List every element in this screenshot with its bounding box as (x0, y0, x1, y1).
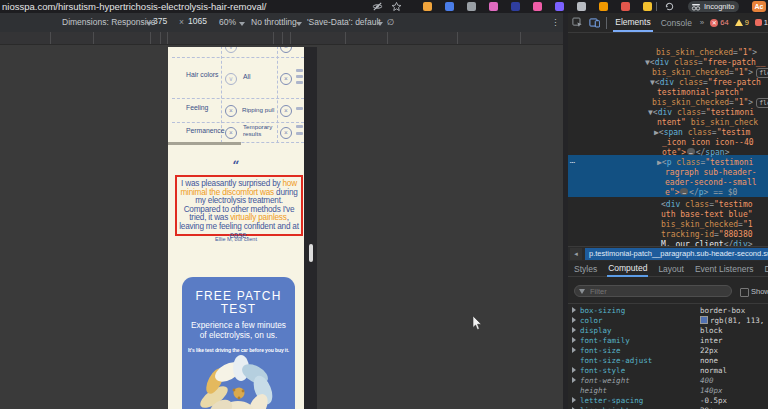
viewport-width-input[interactable] (153, 16, 177, 26)
tree-node-line[interactable]: ▼<div class="free-patch__ (645, 58, 765, 67)
expand-ellipsis-icon[interactable]: … (680, 188, 688, 195)
device-viewport[interactable]: ∨ × Hair colors ∨ All × Feeling × Rippin… (168, 47, 304, 409)
tree-node-line[interactable]: bis_skin_checked="1">flex (652, 98, 768, 108)
breadcrumb-nav-icon[interactable]: ◂ (570, 248, 582, 260)
computed-property-row[interactable]: font-weight400 (568, 376, 768, 386)
tree-node-line[interactable]: bis_skin_checked="1 (661, 220, 753, 229)
sidebar-tab-dom[interactable]: DOM (764, 261, 768, 276)
viewport-height-input[interactable] (188, 16, 212, 26)
tree-node-line[interactable]: ▶<p class="testimoni (657, 158, 753, 167)
sidebar-tab-event-listeners[interactable]: Event Listeners (694, 261, 755, 276)
filter-field[interactable] (574, 285, 732, 297)
expand-arrow-icon[interactable] (572, 317, 576, 323)
expand-arrow-icon[interactable] (572, 397, 576, 403)
computed-property-row[interactable]: letter-spacing-0.5px (568, 396, 768, 406)
flex-badge[interactable]: flex (756, 98, 768, 108)
page-scrollbar-track[interactable] (304, 47, 317, 409)
rotate-icon[interactable]: ∅ (387, 17, 394, 27)
property-name: font-size (580, 346, 621, 355)
media-query-bar[interactable] (0, 32, 563, 45)
tree-node-line[interactable]: ragraph sub-header- (665, 168, 757, 177)
warning-count-badge[interactable]: 9 (735, 18, 749, 27)
profile-avatar[interactable]: Ac (752, 1, 766, 12)
sidebar-tab-computed[interactable]: Computed (607, 260, 648, 277)
docs-extension-icon[interactable] (423, 2, 432, 11)
cross-circle-icon: × (280, 47, 292, 53)
drive-extension-icon[interactable] (445, 2, 454, 11)
tree-node-line[interactable]: bis_skin_checked="1"> (656, 48, 757, 57)
free-patch-test-card[interactable]: FREE PATCH TEST Experience a few minutes… (182, 277, 295, 409)
computed-property-row[interactable]: displayblock (568, 326, 768, 336)
expand-arrow-icon[interactable] (572, 327, 576, 333)
mouse-cursor (472, 316, 483, 331)
more-actions-icon[interactable]: ⋯ (570, 158, 574, 167)
tree-node-line[interactable]: ▶<span class="testim (654, 128, 750, 137)
expand-arrow-icon[interactable] (572, 337, 576, 343)
error-count-badge[interactable]: ✕ 64 (710, 18, 728, 27)
computed-property-row[interactable]: font-size-adjustnone (568, 356, 768, 366)
orange-extension-icon[interactable] (599, 2, 608, 11)
tab-elements[interactable]: Elements (613, 14, 652, 32)
expand-ellipsis-icon[interactable]: … (687, 148, 695, 155)
tree-node-line[interactable]: ntent" bis_skin_check (657, 118, 758, 127)
computed-property-row[interactable]: box-sizingborder-box (568, 306, 768, 316)
tree-node-line[interactable]: ote">…</span> (662, 148, 729, 157)
camera-extension-icon[interactable] (467, 2, 476, 11)
computed-property-row[interactable]: height140px (568, 386, 768, 396)
breadcrumb-selected[interactable]: p.testimonial-patch__paragraph.sub-heade… (585, 248, 768, 260)
inspect-element-icon[interactable] (572, 17, 583, 28)
device-toolbar-toggle-icon[interactable] (589, 17, 601, 28)
tree-node-line[interactable]: <div class="testimo (661, 200, 753, 209)
tree-node-line[interactable]: ▼<div class="testimoni (648, 108, 754, 117)
pink-arrow-extension-icon[interactable] (533, 2, 542, 11)
expand-arrow-icon[interactable] (572, 307, 576, 313)
sidebar-tab-styles[interactable]: Styles (573, 261, 598, 276)
expand-arrow-icon[interactable] (572, 377, 576, 383)
sync-refresh-icon[interactable] (664, 1, 675, 12)
show-all-checkbox[interactable] (740, 288, 749, 297)
red-shield-extension-icon[interactable] (621, 2, 630, 11)
expand-arrow-icon[interactable] (572, 347, 576, 353)
color-swatch[interactable] (700, 316, 708, 324)
tree-node-line[interactable]: uth base-text blue" (661, 210, 753, 219)
page-scrollbar-thumb[interactable] (309, 244, 313, 262)
issues-count-badge[interactable]: 1 (755, 18, 768, 27)
computed-property-row[interactable]: font-size22px (568, 346, 768, 356)
incognito-badge[interactable]: Incognito (688, 1, 739, 12)
tree-node-line[interactable]: tracking-id="880380 (661, 230, 753, 239)
tree-node-line[interactable]: _icon icon icon--40 (662, 138, 754, 147)
tree-node-line[interactable]: bis_skin_checked="1">flex (652, 68, 768, 78)
device-toolbar-menu-icon[interactable]: ⋮ (551, 17, 560, 27)
incognito-label: Incognito (704, 2, 734, 11)
flex-badge[interactable]: flex (756, 68, 768, 78)
cross-circle-icon: × (280, 73, 292, 85)
computed-property-row[interactable]: colorrgb(81, 113, 17 (568, 316, 768, 326)
horizontal-scrollbar-thumb[interactable] (168, 142, 241, 145)
testimonial-paragraph[interactable]: I was pleasantly surprised by how minima… (175, 175, 303, 236)
throttling-select[interactable]: No throttling (251, 17, 297, 27)
tree-node-line[interactable]: ▼<div class="free-patch (650, 78, 761, 87)
computed-property-row[interactable]: font-stylenormal (568, 366, 768, 376)
table-border (277, 47, 279, 143)
tree-node-line[interactable]: eader-second--small (665, 178, 757, 187)
tab-console[interactable]: Console (659, 15, 694, 31)
sidebar-tab-layout[interactable]: Layout (657, 261, 685, 276)
bookmark-star-icon[interactable] (391, 1, 402, 12)
filter-input[interactable] (588, 286, 712, 297)
zoom-select[interactable]: 60% (219, 17, 236, 27)
table-border (172, 57, 304, 58)
address-bar-url[interactable]: niosspa.com/hirsutism-hypertrichosis-ele… (2, 1, 267, 12)
computed-property-row[interactable]: font-familyinter (568, 336, 768, 346)
more-tabs-icon[interactable]: » (700, 18, 704, 27)
tree-node-line[interactable]: e">…</p> == $0 (665, 188, 737, 197)
violet-circle-extension-icon[interactable] (555, 2, 564, 11)
pink-gradient-extension-icon[interactable] (489, 2, 498, 11)
compass-extension-icon[interactable] (577, 2, 586, 11)
save-data-select[interactable]: 'Save-Data': default (307, 17, 381, 27)
bookmark-flag-extension-icon[interactable] (643, 2, 652, 11)
pen-extension-icon[interactable] (511, 2, 520, 11)
dimensions-select[interactable]: Dimensions: Responsive (62, 17, 156, 27)
expand-arrow-icon[interactable] (572, 367, 576, 373)
tree-node-line[interactable]: testimonial-patch" (657, 88, 744, 97)
eye-off-icon[interactable] (372, 1, 383, 12)
